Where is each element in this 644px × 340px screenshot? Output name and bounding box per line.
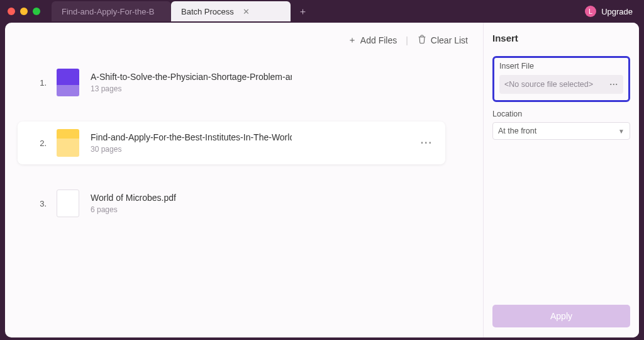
tab-bar: Find-and-Apply-For-the-B Batch Process ✕… — [52, 0, 585, 23]
apply-button[interactable]: Apply — [492, 305, 630, 327]
main-area: ＋ Add Files | Clear List 1. A-Shift-to-S… — [5, 23, 483, 337]
clear-list-label: Clear List — [431, 35, 468, 45]
close-icon[interactable]: ✕ — [243, 7, 250, 16]
panel-title: Insert — [492, 33, 630, 43]
window-close-button[interactable] — [8, 8, 15, 15]
insert-file-picker[interactable]: <No source file selected> ··· — [499, 75, 623, 94]
side-panel: Insert Insert File <No source file selec… — [483, 23, 639, 337]
row-index: 1. — [30, 78, 47, 88]
file-name: World of Microbes.pdf — [91, 193, 176, 203]
workspace: ＋ Add Files | Clear List 1. A-Shift-to-S… — [5, 23, 639, 337]
file-pages: 6 pages — [91, 205, 176, 214]
list-item[interactable]: 3. World of Microbes.pdf 6 pages — [30, 182, 468, 225]
file-pages: 30 pages — [91, 145, 292, 154]
file-thumbnail — [57, 190, 79, 217]
file-name: Find-and-Apply-For-the-Best-Institutes-I… — [91, 132, 292, 142]
add-files-button[interactable]: ＋ Add Files — [348, 35, 397, 46]
file-list: 1. A-Shift-to-Solve-the-Physician-Shorta… — [30, 61, 468, 225]
list-item[interactable]: 2. Find-and-Apply-For-the-Best-Institute… — [18, 122, 445, 164]
clear-list-button[interactable]: Clear List — [417, 34, 468, 46]
file-meta: World of Microbes.pdf 6 pages — [91, 193, 176, 214]
main-toolbar: ＋ Add Files | Clear List — [30, 34, 468, 46]
row-index: 2. — [30, 139, 47, 148]
traffic-lights — [8, 8, 40, 15]
upgrade-button[interactable]: Upgrade — [601, 7, 633, 16]
window-maximize-button[interactable] — [33, 8, 40, 15]
location-select[interactable]: At the front ▼ — [492, 122, 630, 140]
row-index: 3. — [30, 199, 47, 208]
add-files-label: Add Files — [360, 35, 397, 45]
avatar[interactable]: L — [585, 6, 596, 17]
tab-label: Find-and-Apply-For-the-B — [62, 7, 154, 16]
tab-label: Batch Process — [181, 7, 234, 16]
insert-file-label: Insert File — [499, 62, 623, 71]
list-item[interactable]: 1. A-Shift-to-Solve-the-Physician-Shorta… — [30, 61, 468, 104]
file-name: A-Shift-to-Solve-the-Physician-Shortage-… — [91, 72, 292, 82]
title-right: L Upgrade — [585, 6, 633, 17]
file-picker-placeholder: <No source file selected> — [504, 80, 593, 89]
file-thumbnail — [57, 129, 79, 157]
window-minimize-button[interactable] — [20, 8, 28, 15]
apply-label: Apply — [550, 311, 572, 321]
row-more-button[interactable]: ··· — [421, 137, 433, 149]
file-thumbnail — [57, 69, 79, 96]
tab-batch-process[interactable]: Batch Process ✕ — [171, 1, 291, 21]
chevron-down-icon: ▼ — [618, 128, 625, 135]
toolbar-separator: | — [406, 35, 408, 45]
new-tab-button[interactable]: ＋ — [298, 6, 308, 18]
titlebar: Find-and-Apply-For-the-B Batch Process ✕… — [0, 0, 644, 23]
spacer — [492, 140, 630, 300]
file-meta: A-Shift-to-Solve-the-Physician-Shortage-… — [91, 72, 292, 93]
insert-file-group: Insert File <No source file selected> ··… — [492, 56, 630, 102]
trash-icon — [417, 34, 427, 46]
file-pages: 13 pages — [91, 84, 292, 93]
tab-document[interactable]: Find-and-Apply-For-the-B — [52, 1, 171, 21]
ellipsis-icon[interactable]: ··· — [610, 80, 618, 89]
file-meta: Find-and-Apply-For-the-Best-Institutes-I… — [91, 132, 292, 154]
location-value: At the front — [498, 127, 536, 135]
plus-icon: ＋ — [348, 35, 357, 46]
location-label: Location — [492, 110, 630, 118]
